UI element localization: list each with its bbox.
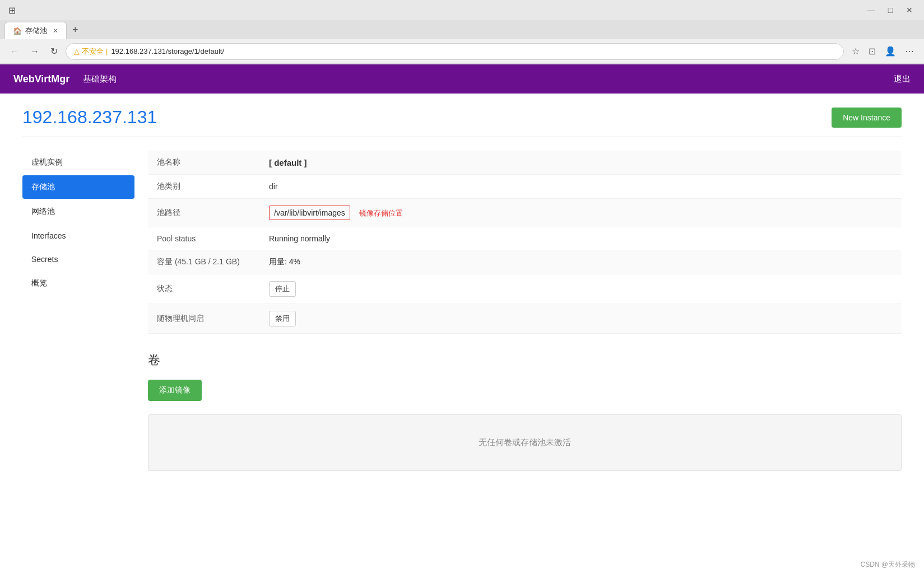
sidebar-item-vm-instances[interactable]: 虚机实例 (22, 151, 134, 174)
new-tab-button[interactable]: + (67, 21, 84, 39)
row-label: 池类别 (148, 175, 260, 199)
row-value: 停止 (260, 274, 902, 304)
close-button[interactable]: ✕ (902, 2, 917, 18)
pool-path-value: /var/lib/libvirt/images (269, 206, 350, 220)
row-label: 池名称 (148, 151, 260, 175)
maximize-button[interactable]: □ (883, 2, 898, 18)
sidebar: 虚机实例 存储池 网络池 Interfaces Secrets 概览 (22, 151, 134, 471)
table-row: 状态 停止 (148, 274, 902, 304)
logout-button[interactable]: 退出 (894, 74, 911, 85)
volumes-section-title: 卷 (148, 352, 902, 368)
row-label: 随物理机同启 (148, 304, 260, 334)
sidebar-item-overview[interactable]: 概览 (22, 272, 134, 295)
path-annotation: 镜像存储位置 (359, 209, 403, 217)
main-content: 192.168.237.131 New Instance 虚机实例 存储池 网络… (0, 94, 924, 484)
collections-button[interactable]: ⊡ (865, 44, 879, 59)
add-mirror-button[interactable]: 添加镜像 (148, 380, 202, 401)
server-ip: 192.168.237.131 (22, 107, 157, 128)
table-row: 容量 (45.1 GB / 2.1 GB) 用量: 4% (148, 250, 902, 274)
row-value: /var/lib/libvirt/images 镜像存储位置 (260, 199, 902, 227)
tab-favicon: 🏠 (13, 27, 22, 35)
refresh-button[interactable]: ↻ (47, 44, 61, 59)
profile-button[interactable]: 👤 (881, 44, 899, 59)
table-row: Pool status Running normally (148, 227, 902, 250)
pool-info-table: 池名称 [ default ] 池类别 dir 池路径 /va (148, 151, 902, 334)
disable-autostart-button[interactable]: 禁用 (269, 311, 296, 326)
browser-icon: ⊞ (7, 5, 17, 15)
empty-volumes-message: 无任何卷或存储池未激活 (148, 414, 902, 471)
app-navbar: WebVirtMgr 基础架构 退出 (0, 64, 924, 94)
row-value: 用量: 4% (260, 250, 902, 274)
url-text: 192.168.237.131/storage/1/default/ (111, 47, 224, 55)
minimize-button[interactable]: — (863, 2, 879, 18)
row-label: 状态 (148, 274, 260, 304)
row-value: 禁用 (260, 304, 902, 334)
warning-icon: △ (74, 47, 80, 55)
address-bar-input[interactable]: △ 不安全 | 192.168.237.131/storage/1/defaul… (66, 43, 844, 60)
favorites-button[interactable]: ☆ (848, 44, 863, 59)
detail-panel: 池名称 [ default ] 池类别 dir 池路径 /va (134, 151, 902, 471)
row-value: [ default ] (260, 151, 902, 175)
sidebar-item-network-pool[interactable]: 网络池 (22, 200, 134, 223)
new-instance-button[interactable]: New Instance (832, 108, 902, 128)
page-header: 192.168.237.131 New Instance (22, 107, 902, 137)
tab-close-button[interactable]: ✕ (53, 27, 58, 35)
content-layout: 虚机实例 存储池 网络池 Interfaces Secrets 概览 (22, 151, 902, 471)
back-button[interactable]: ← (7, 44, 22, 59)
nav-infrastructure[interactable]: 基础架构 (83, 74, 117, 85)
app-brand: WebVirtMgr (13, 73, 69, 85)
stop-button[interactable]: 停止 (269, 281, 296, 297)
browser-tab[interactable]: 🏠 存储池 ✕ (4, 22, 67, 39)
tab-title: 存储池 (25, 26, 47, 36)
forward-button[interactable]: → (27, 44, 43, 59)
row-value: dir (260, 175, 902, 199)
sidebar-item-interfaces[interactable]: Interfaces (22, 225, 134, 247)
sidebar-item-storage-pool[interactable]: 存储池 (22, 175, 134, 199)
row-value: Running normally (260, 227, 902, 250)
footer-text: CSDN @天外采物 (860, 560, 915, 570)
sidebar-item-secrets[interactable]: Secrets (22, 248, 134, 270)
table-row: 池类别 dir (148, 175, 902, 199)
row-label: 容量 (45.1 GB / 2.1 GB) (148, 250, 260, 274)
menu-button[interactable]: ⋯ (902, 44, 917, 59)
table-row: 池路径 /var/lib/libvirt/images 镜像存储位置 (148, 199, 902, 227)
table-row: 池名称 [ default ] (148, 151, 902, 175)
security-warning: △ 不安全 | (74, 46, 108, 57)
table-row: 随物理机同启 禁用 (148, 304, 902, 334)
row-label: Pool status (148, 227, 260, 250)
row-label: 池路径 (148, 199, 260, 227)
